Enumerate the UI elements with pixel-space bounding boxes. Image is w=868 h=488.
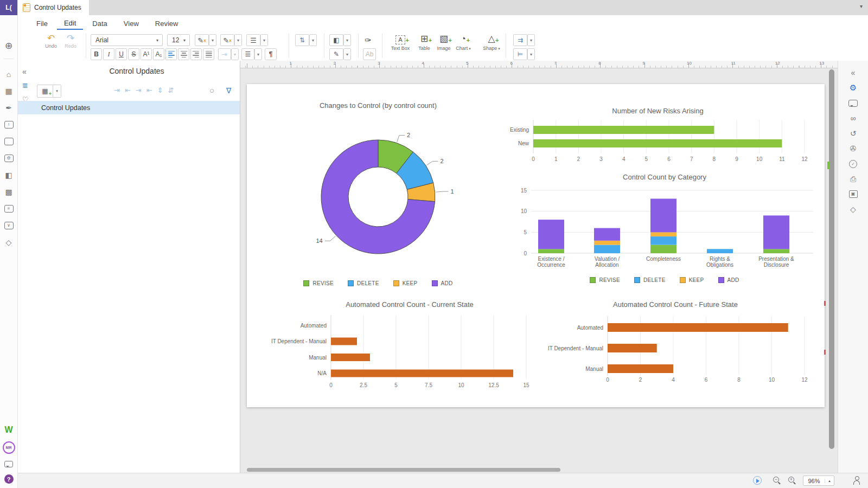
bold-button[interactable]: B <box>91 48 102 60</box>
merge-button[interactable]: ⇉ ▾ <box>513 34 535 46</box>
paragraph-marks-button[interactable]: ¶ <box>265 48 277 60</box>
add-section-caret[interactable]: ▾ <box>53 85 61 98</box>
document-canvas[interactable]: 12345678910111213 Changes to Control (by… <box>240 61 838 473</box>
tab-control-updates[interactable]: Control Updates <box>17 0 89 15</box>
status-circle-icon[interactable]: ○ <box>209 86 214 95</box>
border-button[interactable]: ✎ ▾ <box>329 48 351 60</box>
stack-existence-occurrence-add[interactable] <box>538 220 564 249</box>
snapshot-icon[interactable]: ▣ <box>847 190 859 198</box>
insert-chart-button[interactable]: ◔+Chart ▾ <box>451 33 475 57</box>
align-objects-caret[interactable]: ▾ <box>527 48 535 60</box>
vertical-align-caret[interactable]: ▾ <box>309 34 317 46</box>
menu-review[interactable]: Review <box>148 17 186 29</box>
bar-manual[interactable] <box>608 364 673 373</box>
indent-button[interactable]: ⇥ ▾ <box>218 48 239 60</box>
presence-user-icon[interactable] <box>853 476 860 485</box>
zoom-out-icon[interactable]: − <box>773 477 779 483</box>
folder-gear-icon[interactable]: ⚙ <box>3 153 14 163</box>
stack-rights-obligations-delete[interactable] <box>707 249 733 253</box>
chart-automated-future[interactable]: Automated Control Count - Future State 0… <box>534 297 816 389</box>
bar-new[interactable] <box>533 139 782 147</box>
user-avatar[interactable]: MR <box>3 441 15 454</box>
align-justify-button[interactable] <box>203 48 214 60</box>
zoom-in-icon[interactable]: + <box>788 477 794 483</box>
superscript-button[interactable]: A¹ <box>141 48 152 60</box>
horizontal-scrollbar[interactable] <box>247 468 560 472</box>
subscript-button[interactable]: A₁ <box>153 48 164 60</box>
merge-caret[interactable]: ▾ <box>527 34 535 46</box>
demote-icon[interactable]: ⇥ <box>114 86 120 94</box>
settings-gear-icon[interactable]: ⚙ <box>847 84 859 92</box>
bullet-list-button[interactable]: ☰ ▾ <box>246 34 268 46</box>
undo-button[interactable]: ↶ Undo <box>42 34 60 49</box>
folder-icon[interactable] <box>3 137 14 146</box>
bar-manual[interactable] <box>331 354 370 361</box>
stack-completeness-add[interactable] <box>650 198 676 232</box>
indent-caret[interactable]: ▾ <box>231 48 239 60</box>
highlight-color-button[interactable]: ✎x ▾ <box>220 34 242 46</box>
fill-color-caret[interactable]: ▾ <box>343 34 351 46</box>
border-caret[interactable]: ▾ <box>343 48 351 60</box>
tab-overflow-caret-icon[interactable]: ▾ <box>860 3 863 9</box>
zoom-level-select[interactable]: 96% ▴ <box>803 476 834 486</box>
bar-n-a[interactable] <box>331 370 513 377</box>
highlight-color-caret[interactable]: ▾ <box>234 34 242 46</box>
stamp-icon[interactable]: ✒ <box>3 103 14 113</box>
spreadsheet-icon[interactable]: ▦ <box>3 86 14 96</box>
chart-control-count-by-category[interactable]: Control Count by Category 051015Existenc… <box>507 170 822 290</box>
vertical-align-button[interactable]: ⇅ ▾ <box>295 34 317 46</box>
media-icon[interactable]: ▩ <box>3 187 14 197</box>
document-page[interactable]: Changes to Control (by control count) 22… <box>247 84 825 407</box>
bar-existing[interactable] <box>533 126 714 134</box>
insert-text-box-button[interactable]: A+Text Box <box>388 33 412 57</box>
present-button[interactable] <box>753 476 762 485</box>
stack-valuation-allocation-keep[interactable] <box>594 241 620 245</box>
vertical-scrollbar[interactable] <box>829 69 834 449</box>
tasks-icon[interactable]: ! <box>3 120 14 130</box>
objects-cube-icon[interactable]: ◇ <box>847 205 859 214</box>
bar-it-dependent-manual[interactable] <box>331 338 357 345</box>
numbered-list-button[interactable]: ☰ ▾ <box>241 48 262 60</box>
chart-new-risks[interactable]: Number of New Risks Arising 012345678910… <box>499 105 816 172</box>
collapse-panel-icon[interactable]: « <box>22 67 27 76</box>
history-icon[interactable]: ↺ <box>847 129 859 138</box>
printer-icon[interactable]: ⎙ <box>847 175 859 183</box>
link-icon[interactable]: ∞ <box>847 114 859 123</box>
chart-automated-current[interactable]: Automated Control Count - Current State … <box>258 297 561 394</box>
insert-shape-button[interactable]: △+Shape ▾ <box>480 33 503 57</box>
stack-presentation-disclosure-revise[interactable] <box>763 249 789 253</box>
comment-marker[interactable] <box>824 301 826 306</box>
chart-changes-to-control[interactable]: Changes to Control (by control count) 22… <box>256 94 500 296</box>
outline-item-control-updates[interactable]: Control Updates <box>17 101 240 114</box>
tasks-check-icon[interactable]: ✓ <box>847 159 859 168</box>
underline-button[interactable]: U <box>116 48 127 60</box>
help-button[interactable]: ? <box>4 474 14 484</box>
attachment-icon[interactable]: ✇ <box>847 144 859 153</box>
format-painter-icon[interactable]: ✑ <box>365 35 372 45</box>
server-icon[interactable]: ≡ <box>3 204 14 214</box>
stack-valuation-allocation-add[interactable] <box>594 228 620 241</box>
book-icon[interactable]: ◧ <box>3 170 14 180</box>
font-family-select[interactable]: Arial ▾ <box>91 34 163 46</box>
fill-color-button[interactable]: ◧ ▾ <box>329 34 351 46</box>
insert-below-icon[interactable]: ⇤ <box>146 86 152 94</box>
align-objects-button[interactable]: ⊨ ▾ <box>513 48 535 60</box>
font-color-button[interactable]: ✎x ▾ <box>195 34 216 46</box>
menu-data[interactable]: Data <box>85 17 114 29</box>
autofit-button[interactable]: Ab <box>363 48 376 60</box>
align-left-button[interactable] <box>165 48 177 60</box>
bar-it-dependent-manual[interactable] <box>608 344 657 352</box>
comments-icon[interactable] <box>847 99 859 107</box>
insert-above-icon[interactable]: ⇥ <box>136 86 142 94</box>
archive-icon[interactable]: ∨ <box>3 221 14 230</box>
redo-button[interactable]: ↷ Redo <box>61 34 80 49</box>
stack-completeness-keep[interactable] <box>650 232 676 236</box>
filter-icon[interactable]: ∇ <box>226 86 231 95</box>
align-center-button[interactable] <box>178 48 189 60</box>
cube-icon[interactable]: ◇ <box>3 237 14 247</box>
font-color-caret[interactable]: ▾ <box>209 34 216 46</box>
stack-completeness-delete[interactable] <box>650 236 676 245</box>
home-icon[interactable]: ⌂ <box>3 69 14 79</box>
stack-existence-occurrence-revise[interactable] <box>538 249 564 253</box>
stack-completeness-revise[interactable] <box>650 245 676 253</box>
